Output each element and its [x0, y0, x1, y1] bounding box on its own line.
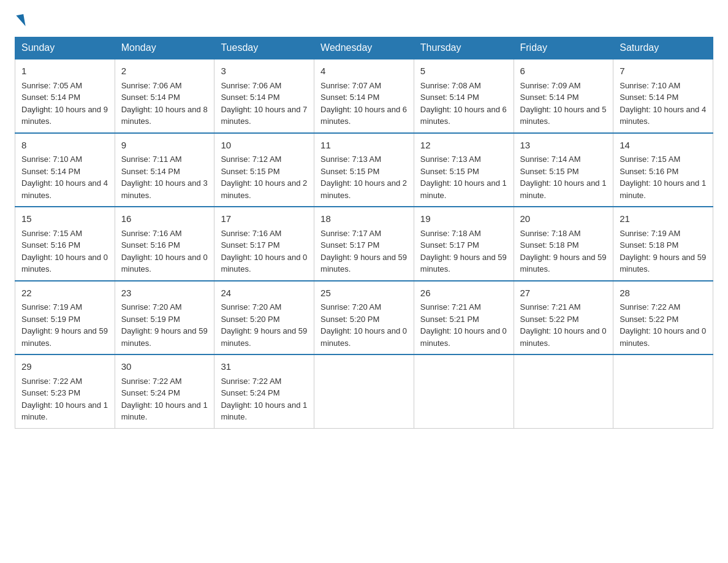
calendar-day-cell: 28Sunrise: 7:22 AMSunset: 5:22 PMDayligh…	[613, 281, 713, 355]
calendar-day-cell: 2Sunrise: 7:06 AMSunset: 5:14 PMDaylight…	[115, 59, 214, 133]
sunset-label: Sunset: 5:19 PM	[21, 315, 80, 324]
calendar-day-cell: 21Sunrise: 7:19 AMSunset: 5:18 PMDayligh…	[613, 207, 713, 281]
sunset-label: Sunset: 5:19 PM	[121, 315, 180, 324]
calendar-day-header: Friday	[514, 37, 613, 59]
daylight-label: Daylight: 10 hours and 1 minute.	[21, 400, 108, 422]
sunset-label: Sunset: 5:14 PM	[221, 93, 279, 102]
sunrise-label: Sunrise: 7:15 AM	[21, 229, 82, 238]
sunset-label: Sunset: 5:21 PM	[420, 315, 479, 324]
sunrise-label: Sunrise: 7:12 AM	[221, 155, 281, 164]
calendar-day-cell: 26Sunrise: 7:21 AMSunset: 5:21 PMDayligh…	[414, 281, 514, 355]
calendar-day-cell: 3Sunrise: 7:06 AMSunset: 5:14 PMDaylight…	[214, 59, 314, 133]
calendar-day-cell: 9Sunrise: 7:11 AMSunset: 5:14 PMDaylight…	[115, 133, 214, 207]
sunrise-label: Sunrise: 7:16 AM	[221, 229, 281, 238]
calendar-week-row: 22Sunrise: 7:19 AMSunset: 5:19 PMDayligh…	[15, 281, 713, 355]
calendar-body: 1Sunrise: 7:05 AMSunset: 5:14 PMDaylight…	[15, 59, 713, 428]
page-header	[15, 15, 713, 27]
daylight-label: Daylight: 9 hours and 59 minutes.	[21, 326, 108, 348]
calendar-week-row: 15Sunrise: 7:15 AMSunset: 5:16 PMDayligh…	[15, 207, 713, 281]
day-number: 31	[221, 360, 308, 374]
sunset-label: Sunset: 5:24 PM	[221, 388, 279, 397]
sunset-label: Sunset: 5:24 PM	[121, 388, 180, 397]
daylight-label: Daylight: 10 hours and 2 minutes.	[221, 178, 307, 200]
daylight-label: Daylight: 9 hours and 59 minutes.	[520, 253, 607, 274]
sunrise-label: Sunrise: 7:22 AM	[620, 302, 680, 312]
calendar-week-row: 29Sunrise: 7:22 AMSunset: 5:23 PMDayligh…	[15, 354, 713, 428]
sunrise-label: Sunrise: 7:06 AM	[121, 81, 182, 90]
day-number: 17	[221, 212, 308, 226]
calendar-day-cell: 13Sunrise: 7:14 AMSunset: 5:15 PMDayligh…	[514, 133, 613, 207]
sunset-label: Sunset: 5:14 PM	[520, 93, 579, 102]
daylight-label: Daylight: 10 hours and 3 minutes.	[121, 178, 208, 200]
day-number: 7	[620, 64, 707, 79]
daylight-label: Daylight: 10 hours and 2 minutes.	[320, 178, 407, 200]
logo	[15, 15, 25, 27]
sunrise-label: Sunrise: 7:09 AM	[520, 81, 581, 90]
sunrise-label: Sunrise: 7:10 AM	[21, 155, 82, 164]
daylight-label: Daylight: 10 hours and 7 minutes.	[221, 105, 307, 126]
sunset-label: Sunset: 5:18 PM	[520, 240, 579, 250]
day-number: 9	[121, 139, 208, 153]
sunset-label: Sunset: 5:22 PM	[520, 315, 579, 324]
day-number: 22	[21, 286, 108, 301]
day-number: 23	[121, 286, 208, 301]
sunset-label: Sunset: 5:14 PM	[121, 93, 180, 102]
day-number: 25	[320, 286, 408, 301]
sunrise-label: Sunrise: 7:19 AM	[21, 302, 82, 312]
sunset-label: Sunset: 5:16 PM	[620, 167, 678, 176]
daylight-label: Daylight: 10 hours and 0 minutes.	[520, 326, 607, 348]
sunrise-label: Sunrise: 7:14 AM	[520, 155, 581, 164]
sunrise-label: Sunrise: 7:10 AM	[620, 81, 680, 90]
daylight-label: Daylight: 9 hours and 59 minutes.	[320, 253, 407, 274]
sunrise-label: Sunrise: 7:18 AM	[420, 229, 481, 238]
calendar-day-cell	[613, 354, 713, 428]
sunset-label: Sunset: 5:15 PM	[520, 167, 579, 176]
day-number: 27	[520, 286, 607, 301]
day-number: 5	[420, 64, 507, 79]
day-number: 13	[520, 139, 607, 153]
calendar-day-cell: 17Sunrise: 7:16 AMSunset: 5:17 PMDayligh…	[214, 207, 314, 281]
calendar-header-row: SundayMondayTuesdayWednesdayThursdayFrid…	[15, 37, 713, 59]
sunset-label: Sunset: 5:20 PM	[320, 315, 379, 324]
daylight-label: Daylight: 10 hours and 0 minutes.	[320, 326, 407, 348]
day-number: 10	[221, 139, 308, 153]
sunrise-label: Sunrise: 7:07 AM	[320, 81, 381, 90]
daylight-label: Daylight: 10 hours and 0 minutes.	[620, 326, 706, 348]
day-number: 11	[320, 139, 408, 153]
calendar-day-cell: 22Sunrise: 7:19 AMSunset: 5:19 PMDayligh…	[15, 281, 115, 355]
day-number: 14	[620, 139, 707, 153]
daylight-label: Daylight: 9 hours and 59 minutes.	[620, 253, 706, 274]
daylight-label: Daylight: 9 hours and 59 minutes.	[121, 326, 208, 348]
calendar-day-cell: 16Sunrise: 7:16 AMSunset: 5:16 PMDayligh…	[115, 207, 214, 281]
sunrise-label: Sunrise: 7:20 AM	[320, 302, 381, 312]
sunrise-label: Sunrise: 7:19 AM	[620, 229, 680, 238]
daylight-label: Daylight: 9 hours and 59 minutes.	[221, 326, 307, 348]
sunset-label: Sunset: 5:14 PM	[620, 93, 678, 102]
day-number: 6	[520, 64, 607, 79]
calendar-day-header: Wednesday	[314, 37, 414, 59]
calendar-day-cell: 19Sunrise: 7:18 AMSunset: 5:17 PMDayligh…	[414, 207, 514, 281]
sunrise-label: Sunrise: 7:22 AM	[121, 377, 182, 386]
calendar-day-cell	[314, 354, 414, 428]
calendar-day-cell: 6Sunrise: 7:09 AMSunset: 5:14 PMDaylight…	[514, 59, 613, 133]
calendar-day-cell: 14Sunrise: 7:15 AMSunset: 5:16 PMDayligh…	[613, 133, 713, 207]
sunrise-label: Sunrise: 7:11 AM	[121, 155, 182, 164]
calendar-day-cell: 15Sunrise: 7:15 AMSunset: 5:16 PMDayligh…	[15, 207, 115, 281]
calendar-day-cell: 7Sunrise: 7:10 AMSunset: 5:14 PMDaylight…	[613, 59, 713, 133]
day-number: 2	[121, 64, 208, 79]
sunset-label: Sunset: 5:14 PM	[420, 93, 479, 102]
calendar-day-cell: 18Sunrise: 7:17 AMSunset: 5:17 PMDayligh…	[314, 207, 414, 281]
daylight-label: Daylight: 10 hours and 6 minutes.	[420, 105, 507, 126]
sunset-label: Sunset: 5:15 PM	[320, 167, 379, 176]
sunset-label: Sunset: 5:16 PM	[121, 240, 180, 250]
sunrise-label: Sunrise: 7:15 AM	[620, 155, 680, 164]
calendar-day-cell: 27Sunrise: 7:21 AMSunset: 5:22 PMDayligh…	[514, 281, 613, 355]
sunset-label: Sunset: 5:14 PM	[21, 167, 80, 176]
sunrise-label: Sunrise: 7:06 AM	[221, 81, 281, 90]
calendar-day-cell: 20Sunrise: 7:18 AMSunset: 5:18 PMDayligh…	[514, 207, 613, 281]
daylight-label: Daylight: 10 hours and 5 minutes.	[520, 105, 607, 126]
sunrise-label: Sunrise: 7:05 AM	[21, 81, 82, 90]
sunrise-label: Sunrise: 7:20 AM	[121, 302, 182, 312]
sunrise-label: Sunrise: 7:17 AM	[320, 229, 381, 238]
sunset-label: Sunset: 5:14 PM	[320, 93, 379, 102]
